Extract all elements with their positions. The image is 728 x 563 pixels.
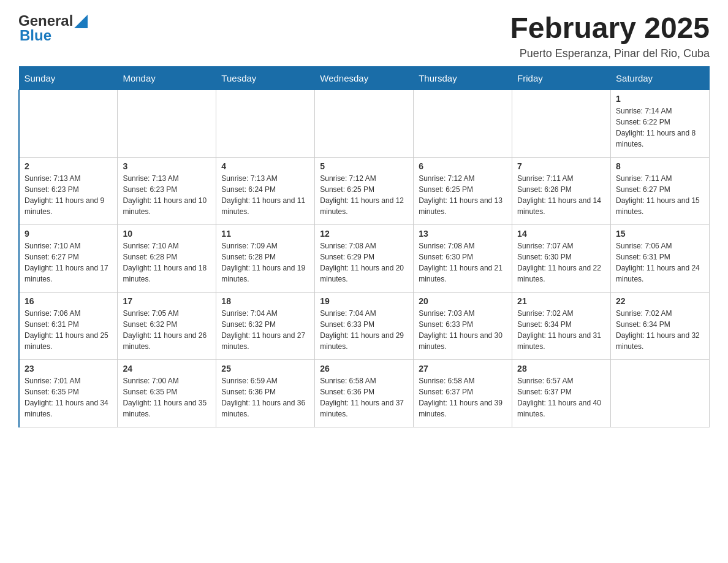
calendar-cell bbox=[216, 90, 315, 157]
month-title: February 2025 bbox=[510, 12, 710, 45]
day-number: 20 bbox=[419, 296, 507, 306]
calendar-cell: 15Sunrise: 7:06 AM Sunset: 6:31 PM Dayli… bbox=[611, 224, 710, 292]
day-info: Sunrise: 7:08 AM Sunset: 6:30 PM Dayligh… bbox=[419, 240, 507, 285]
calendar-week-row: 2Sunrise: 7:13 AM Sunset: 6:23 PM Daylig… bbox=[19, 157, 710, 224]
calendar-cell: 5Sunrise: 7:12 AM Sunset: 6:25 PM Daylig… bbox=[315, 157, 414, 224]
calendar-cell: 11Sunrise: 7:09 AM Sunset: 6:28 PM Dayli… bbox=[216, 224, 315, 292]
day-info: Sunrise: 7:10 AM Sunset: 6:28 PM Dayligh… bbox=[123, 240, 211, 285]
logo: General Blue bbox=[18, 12, 88, 44]
day-number: 26 bbox=[320, 364, 408, 373]
calendar-cell: 18Sunrise: 7:04 AM Sunset: 6:32 PM Dayli… bbox=[216, 292, 315, 359]
weekday-header-tuesday: Tuesday bbox=[216, 66, 315, 90]
day-number: 28 bbox=[517, 364, 605, 373]
calendar-week-row: 16Sunrise: 7:06 AM Sunset: 6:31 PM Dayli… bbox=[19, 292, 710, 359]
day-info: Sunrise: 7:03 AM Sunset: 6:33 PM Dayligh… bbox=[419, 308, 507, 352]
calendar-cell: 3Sunrise: 7:13 AM Sunset: 6:23 PM Daylig… bbox=[118, 157, 216, 224]
day-number: 12 bbox=[320, 229, 408, 239]
calendar-cell: 9Sunrise: 7:10 AM Sunset: 6:27 PM Daylig… bbox=[19, 224, 118, 292]
day-number: 2 bbox=[25, 161, 112, 171]
day-info: Sunrise: 6:58 AM Sunset: 6:37 PM Dayligh… bbox=[419, 375, 507, 419]
calendar-cell: 13Sunrise: 7:08 AM Sunset: 6:30 PM Dayli… bbox=[414, 224, 512, 292]
day-number: 23 bbox=[25, 364, 112, 373]
day-info: Sunrise: 7:12 AM Sunset: 6:25 PM Dayligh… bbox=[419, 173, 507, 217]
calendar-cell: 20Sunrise: 7:03 AM Sunset: 6:33 PM Dayli… bbox=[414, 292, 512, 359]
calendar-week-row: 1Sunrise: 7:14 AM Sunset: 6:22 PM Daylig… bbox=[19, 90, 710, 157]
day-info: Sunrise: 7:08 AM Sunset: 6:29 PM Dayligh… bbox=[320, 240, 408, 285]
day-info: Sunrise: 7:02 AM Sunset: 6:34 PM Dayligh… bbox=[616, 308, 704, 352]
day-number: 25 bbox=[221, 364, 309, 373]
day-number: 11 bbox=[221, 229, 309, 239]
calendar-cell: 25Sunrise: 6:59 AM Sunset: 6:36 PM Dayli… bbox=[216, 359, 315, 427]
day-info: Sunrise: 6:57 AM Sunset: 6:37 PM Dayligh… bbox=[517, 375, 605, 419]
calendar-cell: 1Sunrise: 7:14 AM Sunset: 6:22 PM Daylig… bbox=[611, 90, 710, 157]
calendar-cell bbox=[611, 359, 710, 427]
day-info: Sunrise: 7:05 AM Sunset: 6:32 PM Dayligh… bbox=[123, 308, 211, 352]
calendar-week-row: 23Sunrise: 7:01 AM Sunset: 6:35 PM Dayli… bbox=[19, 359, 710, 427]
calendar-header: SundayMondayTuesdayWednesdayThursdayFrid… bbox=[19, 66, 710, 90]
day-info: Sunrise: 7:13 AM Sunset: 6:23 PM Dayligh… bbox=[25, 173, 112, 217]
day-info: Sunrise: 7:11 AM Sunset: 6:27 PM Dayligh… bbox=[616, 173, 704, 217]
day-number: 4 bbox=[221, 161, 309, 171]
day-number: 14 bbox=[517, 229, 605, 239]
day-info: Sunrise: 7:04 AM Sunset: 6:33 PM Dayligh… bbox=[320, 308, 408, 352]
day-number: 9 bbox=[25, 229, 112, 239]
calendar-cell: 10Sunrise: 7:10 AM Sunset: 6:28 PM Dayli… bbox=[118, 224, 216, 292]
calendar-cell: 28Sunrise: 6:57 AM Sunset: 6:37 PM Dayli… bbox=[512, 359, 611, 427]
day-number: 7 bbox=[517, 161, 605, 171]
day-number: 8 bbox=[616, 161, 704, 171]
calendar-cell bbox=[19, 90, 118, 157]
day-info: Sunrise: 7:10 AM Sunset: 6:27 PM Dayligh… bbox=[25, 240, 112, 285]
weekday-header-row: SundayMondayTuesdayWednesdayThursdayFrid… bbox=[19, 66, 710, 90]
day-number: 19 bbox=[320, 296, 408, 306]
weekday-header-thursday: Thursday bbox=[414, 66, 512, 90]
logo-blue-text: Blue bbox=[20, 27, 51, 44]
calendar-cell: 24Sunrise: 7:00 AM Sunset: 6:35 PM Dayli… bbox=[118, 359, 216, 427]
day-number: 13 bbox=[419, 229, 507, 239]
day-number: 1 bbox=[616, 94, 704, 104]
day-info: Sunrise: 7:13 AM Sunset: 6:23 PM Dayligh… bbox=[123, 173, 211, 217]
calendar-cell bbox=[118, 90, 216, 157]
calendar-cell: 17Sunrise: 7:05 AM Sunset: 6:32 PM Dayli… bbox=[118, 292, 216, 359]
calendar-cell: 27Sunrise: 6:58 AM Sunset: 6:37 PM Dayli… bbox=[414, 359, 512, 427]
calendar-week-row: 9Sunrise: 7:10 AM Sunset: 6:27 PM Daylig… bbox=[19, 224, 710, 292]
day-info: Sunrise: 6:59 AM Sunset: 6:36 PM Dayligh… bbox=[221, 375, 309, 419]
day-number: 10 bbox=[123, 229, 211, 239]
weekday-header-monday: Monday bbox=[118, 66, 216, 90]
calendar-body: 1Sunrise: 7:14 AM Sunset: 6:22 PM Daylig… bbox=[19, 90, 710, 427]
day-info: Sunrise: 7:12 AM Sunset: 6:25 PM Dayligh… bbox=[320, 173, 408, 217]
weekday-header-saturday: Saturday bbox=[611, 66, 710, 90]
weekday-header-friday: Friday bbox=[512, 66, 611, 90]
calendar-cell: 14Sunrise: 7:07 AM Sunset: 6:30 PM Dayli… bbox=[512, 224, 611, 292]
weekday-header-wednesday: Wednesday bbox=[315, 66, 414, 90]
day-info: Sunrise: 7:09 AM Sunset: 6:28 PM Dayligh… bbox=[221, 240, 309, 285]
day-info: Sunrise: 7:14 AM Sunset: 6:22 PM Dayligh… bbox=[616, 105, 704, 150]
day-info: Sunrise: 7:13 AM Sunset: 6:24 PM Dayligh… bbox=[221, 173, 309, 217]
calendar-table: SundayMondayTuesdayWednesdayThursdayFrid… bbox=[18, 66, 710, 427]
calendar-cell: 8Sunrise: 7:11 AM Sunset: 6:27 PM Daylig… bbox=[611, 157, 710, 224]
day-number: 22 bbox=[616, 296, 704, 306]
calendar-cell: 23Sunrise: 7:01 AM Sunset: 6:35 PM Dayli… bbox=[19, 359, 118, 427]
day-info: Sunrise: 7:07 AM Sunset: 6:30 PM Dayligh… bbox=[517, 240, 605, 285]
calendar-cell: 26Sunrise: 6:58 AM Sunset: 6:36 PM Dayli… bbox=[315, 359, 414, 427]
calendar-cell: 2Sunrise: 7:13 AM Sunset: 6:23 PM Daylig… bbox=[19, 157, 118, 224]
day-number: 24 bbox=[123, 364, 211, 373]
day-number: 17 bbox=[123, 296, 211, 306]
day-info: Sunrise: 7:04 AM Sunset: 6:32 PM Dayligh… bbox=[221, 308, 309, 352]
day-number: 3 bbox=[123, 161, 211, 171]
day-info: Sunrise: 7:02 AM Sunset: 6:34 PM Dayligh… bbox=[517, 308, 605, 352]
calendar-cell: 16Sunrise: 7:06 AM Sunset: 6:31 PM Dayli… bbox=[19, 292, 118, 359]
day-number: 15 bbox=[616, 229, 704, 239]
calendar-cell bbox=[512, 90, 611, 157]
calendar-cell: 7Sunrise: 7:11 AM Sunset: 6:26 PM Daylig… bbox=[512, 157, 611, 224]
weekday-header-sunday: Sunday bbox=[19, 66, 118, 90]
day-info: Sunrise: 7:11 AM Sunset: 6:26 PM Dayligh… bbox=[517, 173, 605, 217]
day-info: Sunrise: 7:06 AM Sunset: 6:31 PM Dayligh… bbox=[616, 240, 704, 285]
day-number: 6 bbox=[419, 161, 507, 171]
day-number: 18 bbox=[221, 296, 309, 306]
calendar-cell: 12Sunrise: 7:08 AM Sunset: 6:29 PM Dayli… bbox=[315, 224, 414, 292]
location-title: Puerto Esperanza, Pinar del Rio, Cuba bbox=[510, 47, 710, 60]
day-info: Sunrise: 7:06 AM Sunset: 6:31 PM Dayligh… bbox=[25, 308, 112, 352]
day-number: 21 bbox=[517, 296, 605, 306]
title-area: February 2025 Puerto Esperanza, Pinar de… bbox=[510, 12, 710, 60]
calendar-cell: 19Sunrise: 7:04 AM Sunset: 6:33 PM Dayli… bbox=[315, 292, 414, 359]
